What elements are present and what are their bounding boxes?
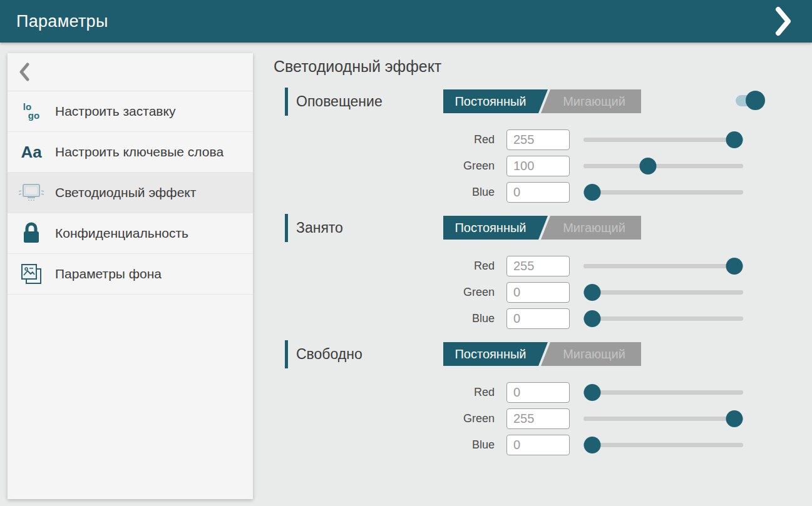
red-value-input[interactable] — [506, 256, 570, 276]
slider-thumb[interactable] — [640, 158, 657, 175]
slider-thumb[interactable] — [584, 184, 601, 201]
blue-slider[interactable] — [583, 181, 743, 203]
green-slider[interactable] — [583, 155, 743, 176]
section-accent-bar — [285, 88, 288, 116]
slider-thumb[interactable] — [726, 131, 743, 148]
sidebar: logo Настроить заставку Aa Настроить клю… — [8, 53, 253, 499]
sidebar-item-screensaver[interactable]: logo Настроить заставку — [8, 91, 253, 132]
red-slider[interactable] — [583, 255, 743, 276]
led-section-busy: Занято Постоянный Мигающий Red Green — [274, 213, 812, 329]
sidebar-item-label: Светодиодный эффект — [55, 179, 202, 206]
red-label: Red — [274, 133, 495, 146]
collapse-panel-button[interactable] — [771, 4, 796, 39]
green-label: Green — [274, 412, 495, 425]
red-slider[interactable] — [583, 129, 743, 150]
sidebar-item-led-effect[interactable]: Светодиодный эффект — [8, 173, 253, 213]
page-title: Параметры — [16, 12, 108, 31]
blue-value-input[interactable] — [506, 308, 570, 329]
green-slider[interactable] — [583, 281, 743, 303]
red-value-input[interactable] — [506, 382, 570, 403]
section-accent-bar — [285, 214, 288, 242]
mode-option-constant[interactable]: Постоянный — [443, 342, 548, 366]
mode-option-constant[interactable]: Постоянный — [443, 89, 548, 113]
letters-aa-icon: Aa — [8, 143, 55, 162]
mode-option-constant[interactable]: Постоянный — [443, 216, 548, 240]
mode-option-blinking[interactable]: Мигающий — [538, 89, 641, 113]
slider-thumb[interactable] — [726, 258, 743, 275]
alert-enabled-toggle[interactable] — [736, 91, 767, 111]
red-label: Red — [274, 260, 495, 273]
logo-icon: logo — [8, 103, 55, 120]
green-label: Green — [274, 159, 495, 173]
sidebar-item-privacy[interactable]: Конфиденциальность — [8, 213, 253, 254]
free-mode-segmented-control: Постоянный Мигающий — [443, 342, 641, 366]
mode-option-blinking[interactable]: Мигающий — [538, 216, 641, 240]
sidebar-item-label: Конфиденциальность — [55, 220, 195, 247]
slider-thumb[interactable] — [584, 384, 601, 401]
green-value-input[interactable] — [506, 282, 570, 303]
led-section-free: Свободно Постоянный Мигающий Red Green — [274, 340, 812, 455]
blue-label: Blue — [274, 438, 495, 452]
blue-value-input[interactable] — [506, 182, 570, 203]
green-label: Green — [274, 286, 495, 299]
sidebar-item-background[interactable]: Параметры фона — [8, 254, 253, 295]
blue-slider[interactable] — [583, 308, 743, 329]
sidebar-item-keywords[interactable]: Aa Настроить ключевые слова — [8, 132, 253, 173]
section-name: Свободно — [296, 346, 362, 363]
led-section-alert: Оповещение Постоянный Мигающий Red — [274, 87, 812, 203]
led-monitor-icon — [8, 181, 55, 204]
slider-thumb[interactable] — [584, 437, 601, 453]
sidebar-item-label: Параметры фона — [55, 260, 168, 288]
mode-option-blinking[interactable]: Мигающий — [538, 342, 641, 366]
green-value-input[interactable] — [506, 156, 570, 176]
busy-mode-segmented-control: Постоянный Мигающий — [443, 216, 641, 240]
images-icon — [8, 263, 55, 285]
content-title: Светодиодный эффект — [274, 58, 812, 76]
app-header: Параметры — [0, 0, 812, 43]
blue-label: Blue — [274, 186, 495, 199]
toggle-knob — [746, 91, 765, 110]
red-slider[interactable] — [583, 382, 743, 403]
section-accent-bar — [285, 340, 288, 368]
sidebar-item-label: Настроить заставку — [55, 98, 182, 125]
green-value-input[interactable] — [506, 408, 570, 429]
alert-mode-segmented-control: Постоянный Мигающий — [443, 89, 641, 113]
main-content: Светодиодный эффект Оповещение Постоянны… — [274, 58, 812, 466]
red-label: Red — [274, 386, 495, 399]
red-value-input[interactable] — [506, 129, 570, 150]
sidebar-back-button[interactable] — [8, 53, 253, 91]
lock-icon — [8, 222, 55, 245]
slider-thumb[interactable] — [584, 284, 601, 301]
section-name: Занято — [296, 220, 343, 236]
sidebar-item-label: Настроить ключевые слова — [55, 138, 230, 166]
blue-label: Blue — [274, 312, 495, 325]
slider-thumb[interactable] — [726, 410, 743, 427]
slider-thumb[interactable] — [584, 310, 601, 327]
blue-value-input[interactable] — [506, 435, 570, 455]
chevron-right-icon — [774, 6, 792, 36]
chevron-left-icon — [19, 63, 29, 81]
settings-window: Параметры logo Настроить заставку Aa Нас… — [0, 0, 812, 506]
section-name: Оповещение — [296, 93, 383, 110]
green-slider[interactable] — [583, 408, 743, 429]
blue-slider[interactable] — [583, 434, 743, 455]
